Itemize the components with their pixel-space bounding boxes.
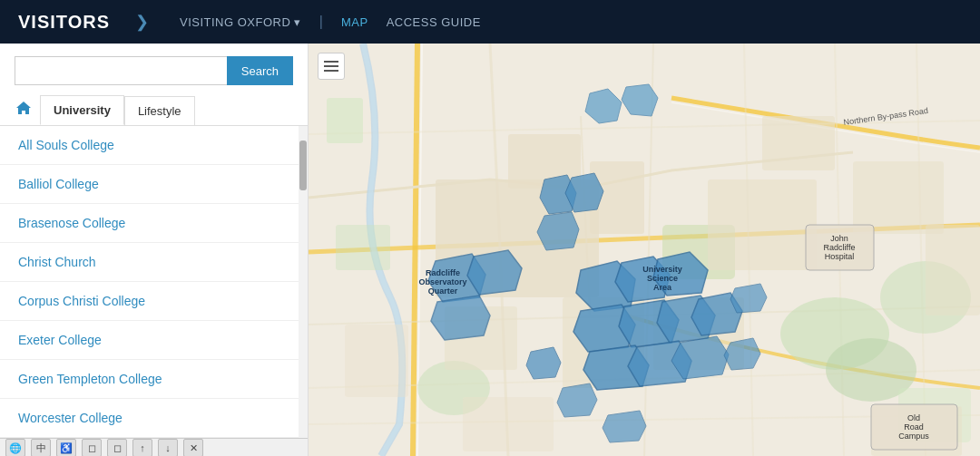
svg-text:Road: Road bbox=[904, 422, 924, 432]
toolbar-btn-chinese[interactable]: 中 bbox=[31, 439, 51, 456]
svg-marker-39 bbox=[603, 411, 646, 442]
bottom-toolbar: 🌐 中 ♿ ◻ ◻ ↑ ↓ ✕ bbox=[0, 438, 308, 456]
toolbar-btn-globe[interactable]: 🌐 bbox=[5, 439, 25, 456]
svg-rect-17 bbox=[853, 161, 944, 234]
hamburger-icon bbox=[324, 61, 338, 63]
map-svg: Radcliffe Observatory Quarter University… bbox=[309, 44, 980, 456]
svg-text:University: University bbox=[642, 265, 682, 274]
college-item-4[interactable]: Corpus Christi College bbox=[0, 282, 299, 321]
toolbar-btn-close[interactable]: ✕ bbox=[183, 439, 203, 456]
sidebar-inner: All Souls College Balliol College Brasen… bbox=[0, 126, 308, 438]
svg-marker-26 bbox=[537, 212, 579, 250]
toolbar-btn-accessibility[interactable]: ♿ bbox=[56, 439, 76, 456]
toolbar-btn-up[interactable]: ↑ bbox=[132, 439, 152, 456]
svg-marker-37 bbox=[526, 347, 561, 379]
search-button[interactable]: Search bbox=[227, 56, 293, 85]
svg-marker-41 bbox=[730, 284, 767, 313]
sidebar-scrollbar[interactable] bbox=[299, 126, 308, 438]
college-item-3[interactable]: Christ Church bbox=[0, 243, 299, 282]
nav-map[interactable]: MAP bbox=[341, 15, 368, 29]
svg-text:Quarter: Quarter bbox=[428, 286, 458, 296]
nav-links: VISITING OXFORD ▾ | MAP ACCESS GUIDE bbox=[180, 14, 481, 30]
svg-text:Radcliffe: Radcliffe bbox=[426, 268, 460, 277]
college-item-2[interactable]: Brasenose College bbox=[0, 204, 299, 243]
college-item-5[interactable]: Exeter College bbox=[0, 321, 299, 360]
search-area: Search bbox=[0, 44, 308, 94]
svg-text:Science: Science bbox=[647, 274, 678, 283]
svg-text:Campus: Campus bbox=[898, 432, 929, 441]
college-item-6[interactable]: Green Templeton College bbox=[0, 360, 299, 399]
dropdown-arrow-icon: ▾ bbox=[294, 15, 301, 29]
svg-rect-18 bbox=[926, 225, 980, 315]
search-input[interactable] bbox=[15, 56, 227, 85]
main-container: Search University Lifestyle All Souls Co… bbox=[0, 44, 980, 456]
map-menu-toggle[interactable] bbox=[318, 53, 345, 80]
svg-text:Radcliffe: Radcliffe bbox=[824, 243, 856, 252]
hamburger-icon bbox=[324, 70, 338, 72]
svg-marker-44 bbox=[431, 296, 490, 340]
svg-text:Observatory: Observatory bbox=[418, 277, 466, 286]
svg-rect-21 bbox=[345, 325, 408, 397]
college-item-1[interactable]: Balliol College bbox=[0, 165, 299, 204]
tab-university[interactable]: University bbox=[40, 95, 124, 125]
tab-home[interactable] bbox=[7, 94, 40, 125]
svg-marker-43 bbox=[467, 250, 522, 295]
svg-marker-38 bbox=[557, 383, 597, 417]
svg-rect-5 bbox=[327, 98, 363, 143]
svg-text:John: John bbox=[830, 234, 848, 243]
svg-text:Area: Area bbox=[653, 283, 672, 292]
toolbar-btn-down[interactable]: ↓ bbox=[158, 439, 178, 456]
top-navigation: VISITORS ❯ VISITING OXFORD ▾ | MAP ACCES… bbox=[0, 0, 980, 44]
map-area[interactable]: Radcliffe Observatory Quarter University… bbox=[309, 44, 980, 456]
nav-access-guide[interactable]: ACCESS GUIDE bbox=[387, 15, 481, 29]
svg-text:Hospital: Hospital bbox=[825, 252, 855, 261]
nav-divider: | bbox=[319, 14, 323, 30]
nav-visiting-oxford[interactable]: VISITING OXFORD ▾ bbox=[180, 15, 301, 29]
scrollbar-thumb[interactable] bbox=[299, 141, 307, 190]
tabs-row: University Lifestyle bbox=[0, 94, 308, 126]
svg-rect-12 bbox=[708, 179, 817, 270]
svg-text:Old: Old bbox=[907, 413, 920, 422]
svg-rect-8 bbox=[336, 225, 390, 270]
svg-rect-20 bbox=[463, 397, 554, 451]
brand-logo: VISITORS bbox=[18, 12, 110, 33]
college-list: All Souls College Balliol College Brasen… bbox=[0, 126, 299, 438]
college-item-7[interactable]: Worcester College bbox=[0, 399, 299, 438]
toolbar-btn-5[interactable]: ◻ bbox=[107, 439, 127, 456]
college-item-0[interactable]: All Souls College bbox=[0, 126, 299, 165]
svg-marker-36 bbox=[671, 336, 729, 379]
sidebar: Search University Lifestyle All Souls Co… bbox=[0, 44, 309, 456]
tab-lifestyle[interactable]: Lifestyle bbox=[124, 96, 195, 125]
brand-chevron: ❯ bbox=[135, 12, 149, 32]
hamburger-icon bbox=[324, 65, 338, 67]
toolbar-btn-4[interactable]: ◻ bbox=[82, 439, 102, 456]
svg-rect-13 bbox=[762, 116, 835, 170]
